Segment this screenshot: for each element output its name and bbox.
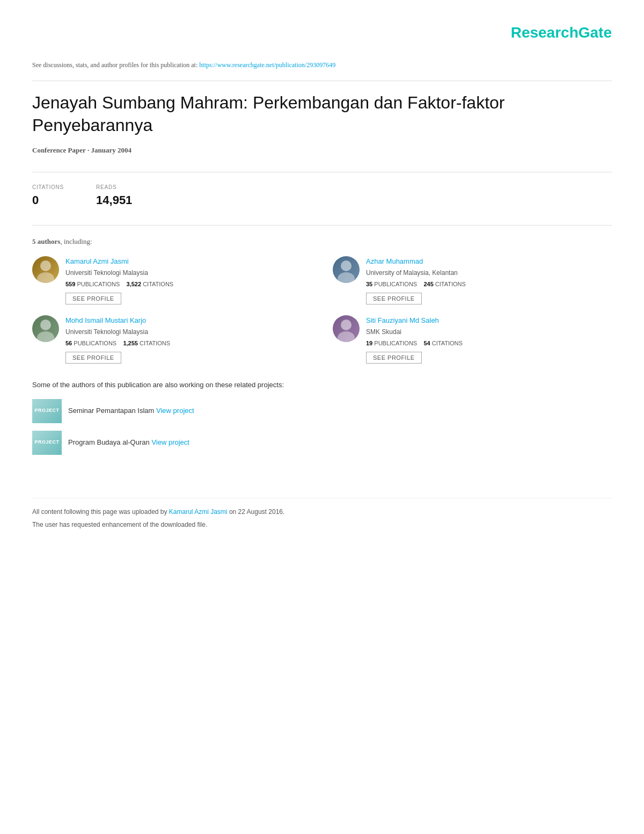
author-institution-3: SMK Skudai [366, 327, 612, 337]
reads-value: 14,951 [96, 191, 132, 209]
top-divider [32, 81, 612, 81]
citations-stat: CITATIONS 0 [32, 183, 64, 209]
project-item-0: Project Seminar Pemantapan Islam View pr… [32, 399, 612, 423]
svg-point-4 [40, 320, 51, 330]
see-profile-button-1[interactable]: SEE PROFILE [366, 293, 422, 304]
svg-point-0 [40, 260, 51, 271]
authors-including-text: , including: [60, 237, 92, 245]
author-institution-1: University of Malaysia, Kelantan [366, 268, 612, 278]
authors-section: 5 authors, including: Kamarul Azmi Jasmi… [32, 236, 612, 364]
author-pubs-label-1: PUBLICATIONS [374, 281, 417, 287]
header-logo-area: ResearchGate [32, 21, 612, 44]
project-item-1: Project Program Budaya al-Quran View pro… [32, 431, 612, 455]
author-cites-2: 1,255 [123, 340, 138, 346]
author-pubs-label-2: PUBLICATIONS [74, 340, 116, 346]
reads-label: READS [96, 183, 132, 191]
project-thumbnail-1: Project [32, 431, 62, 455]
author-name-1[interactable]: Azhar Muhammad [366, 256, 612, 267]
project-text-1: Program Budaya al-Quran View project [68, 437, 189, 448]
author-cites-0: 3,522 [127, 281, 142, 287]
see-profile-button-3[interactable]: SEE PROFILE [366, 352, 422, 364]
footer-section: All content following this page was uplo… [32, 498, 612, 530]
reads-stat: READS 14,951 [96, 183, 132, 209]
svg-point-2 [341, 260, 352, 271]
footer-upload-line: All content following this page was uplo… [32, 507, 612, 517]
author-cites-label-1: CITATIONS [435, 281, 466, 287]
project-label-0: Project [34, 407, 59, 415]
author-stats-1: 35 PUBLICATIONS 245 CITATIONS [366, 280, 612, 289]
author-cites-label-3: CITATIONS [432, 340, 463, 346]
authors-divider [32, 225, 612, 226]
author-info-3: Siti Fauziyani Md Saleh SMK Skudai 19 PU… [366, 315, 612, 364]
author-pubs-label-0: PUBLICATIONS [77, 281, 120, 287]
footer-date: on 22 August 2016. [229, 508, 284, 516]
author-pubs-1: 35 [366, 281, 372, 287]
author-info-2: Mohd Ismail Mustari Karjo Universiti Tek… [65, 315, 311, 364]
citations-label: CITATIONS [32, 183, 64, 191]
author-pubs-3: 19 [366, 340, 372, 346]
related-projects-section: Some of the authors of this publication … [32, 380, 612, 455]
author-card-0: Kamarul Azmi Jasmi Universiti Teknologi … [32, 256, 311, 304]
project-link-0[interactable]: View project [156, 407, 194, 415]
related-projects-title: Some of the authors of this publication … [32, 380, 612, 390]
svg-point-6 [341, 320, 352, 330]
author-pubs-0: 559 [65, 281, 75, 287]
project-link-1[interactable]: View project [151, 438, 189, 446]
see-profile-button-0[interactable]: SEE PROFILE [65, 293, 121, 304]
footer-text: All content following this page was uplo… [32, 508, 167, 516]
project-name-1: Program Budaya al-Quran [68, 438, 150, 446]
svg-point-5 [37, 331, 54, 342]
author-avatar-0 [32, 256, 59, 283]
page-container: ResearchGate See discussions, stats, and… [0, 0, 644, 551]
author-name-2[interactable]: Mohd Ismail Mustari Karjo [65, 315, 311, 326]
see-profile-button-2[interactable]: SEE PROFILE [65, 352, 121, 364]
authors-count-text: 5 authors [32, 237, 60, 245]
svg-point-1 [37, 272, 54, 283]
author-pubs-2: 56 [65, 340, 72, 346]
paper-date: January 2004 [91, 146, 131, 154]
author-name-0[interactable]: Kamarul Azmi Jasmi [65, 256, 311, 267]
stats-divider [32, 172, 612, 172]
author-info-1: Azhar Muhammad University of Malaysia, K… [366, 256, 612, 304]
author-stats-0: 559 PUBLICATIONS 3,522 CITATIONS [65, 280, 311, 289]
footer-uploader-link[interactable]: Kamarul Azmi Jasmi [169, 508, 228, 516]
project-text-0: Seminar Pemantapan Islam View project [68, 405, 194, 416]
project-label-1: Project [34, 439, 59, 446]
paper-title: Jenayah Sumbang Mahram: Perkembangan dan… [32, 92, 612, 136]
author-card-3: Siti Fauziyani Md Saleh SMK Skudai 19 PU… [333, 315, 612, 364]
author-avatar-3 [333, 315, 360, 342]
project-thumbnail-0: Project [32, 399, 62, 423]
authors-intro: 5 authors, including: [32, 236, 612, 247]
project-name-0: Seminar Pemantapan Islam [68, 407, 154, 415]
notice-link[interactable]: https://www.researchgate.net/publication… [199, 61, 335, 69]
authors-grid: Kamarul Azmi Jasmi Universiti Teknologi … [32, 256, 612, 364]
stats-row: CITATIONS 0 READS 14,951 [32, 183, 612, 209]
researchgate-logo: ResearchGate [511, 24, 612, 41]
author-institution-0: Universiti Teknologi Malaysia [65, 268, 311, 278]
author-cites-label-0: CITATIONS [143, 281, 173, 287]
notice-text: See discussions, stats, and author profi… [32, 61, 197, 69]
author-stats-2: 56 PUBLICATIONS 1,255 CITATIONS [65, 339, 311, 348]
author-stats-3: 19 PUBLICATIONS 54 CITATIONS [366, 339, 612, 348]
paper-meta: Conference Paper · January 2004 [32, 145, 612, 156]
author-avatar-1 [333, 256, 360, 283]
author-name-3[interactable]: Siti Fauziyani Md Saleh [366, 315, 612, 326]
author-avatar-2 [32, 315, 59, 342]
author-cites-1: 245 [423, 281, 433, 287]
citations-value: 0 [32, 191, 64, 209]
footer-note: The user has requested enhancement of th… [32, 520, 612, 530]
author-cites-3: 54 [423, 340, 430, 346]
svg-point-3 [338, 272, 355, 283]
author-info-0: Kamarul Azmi Jasmi Universiti Teknologi … [65, 256, 311, 304]
author-institution-2: Universiti Teknologi Malaysia [65, 327, 311, 337]
notice-bar: See discussions, stats, and author profi… [32, 60, 612, 70]
author-card-2: Mohd Ismail Mustari Karjo Universiti Tek… [32, 315, 311, 364]
svg-point-7 [338, 331, 355, 342]
paper-type: Conference Paper [32, 146, 86, 154]
author-card-1: Azhar Muhammad University of Malaysia, K… [333, 256, 612, 304]
author-cites-label-2: CITATIONS [140, 340, 170, 346]
author-pubs-label-3: PUBLICATIONS [374, 340, 417, 346]
